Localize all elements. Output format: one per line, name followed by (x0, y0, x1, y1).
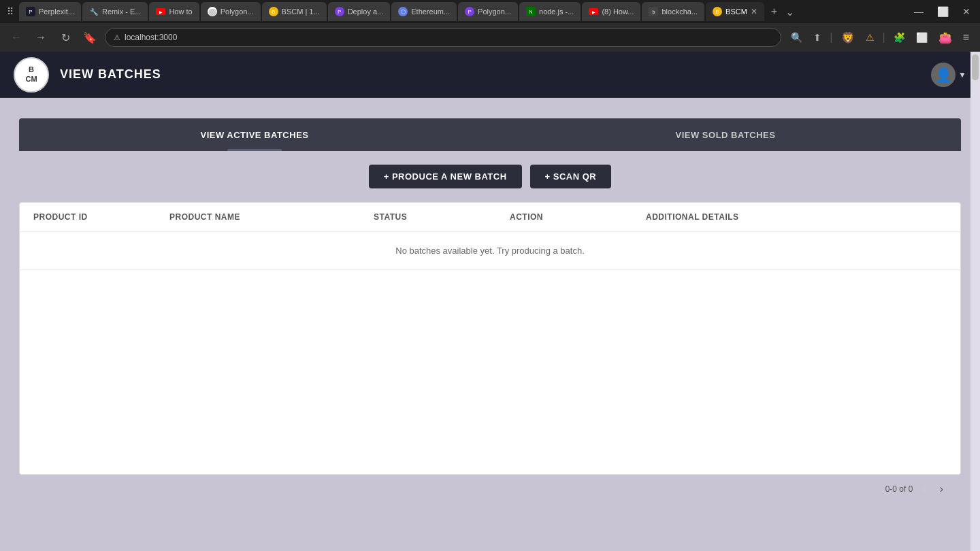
app-header: B CM VIEW BATCHES 👤 ▼ (0, 52, 980, 98)
url-text: localhost:3000 (125, 33, 177, 42)
tab-label: Perplexit... (39, 7, 74, 16)
brave-lion-button[interactable]: 🦁 (837, 29, 859, 47)
remix-icon: 🔧 (89, 7, 99, 16)
scrollbar[interactable] (970, 52, 980, 551)
col-action: ACTION (510, 212, 646, 222)
url-bar[interactable]: ⚠ localhost:3000 (105, 28, 781, 47)
apps-icon[interactable]: ⠿ (3, 6, 18, 17)
wallet-button[interactable]: 👛 (934, 29, 956, 47)
col-product-name: PRODUCT NAME (169, 212, 374, 222)
forward-button[interactable]: → (31, 28, 50, 47)
youtube-icon (156, 7, 165, 16)
tab-blockchain[interactable]: b blockcha... (642, 2, 704, 21)
tab-actions: + ⌄ (768, 4, 797, 20)
github-icon: ⬤ (208, 7, 217, 16)
close-window-button[interactable]: ✕ (956, 0, 977, 23)
batch-tab-nav: VIEW ACTIVE BATCHES VIEW SOLD BATCHES (19, 118, 961, 151)
brave-alert-button[interactable]: ⚠ (862, 29, 879, 46)
ethereum-icon: ⬡ (398, 7, 408, 16)
empty-text: No batches available yet. Try producing … (395, 246, 585, 256)
extensions-button[interactable]: 🧩 (889, 29, 909, 46)
tab-how8[interactable]: (8) How... (582, 2, 640, 21)
bscm-icon: B (269, 7, 278, 16)
more-tabs-button[interactable]: ⌄ (783, 4, 797, 20)
menu-button[interactable]: ≡ (959, 29, 973, 46)
share-button[interactable]: ⬆ (809, 29, 826, 46)
tab-active-label: VIEW ACTIVE BATCHES (200, 130, 308, 140)
polygon-icon-deploy: P (335, 7, 344, 16)
close-tab-icon[interactable]: ✕ (751, 7, 757, 16)
tab-bscm[interactable]: B BSCM | 1... (262, 2, 327, 21)
tab-polygon-gh[interactable]: ⬤ Polygon... (201, 2, 261, 21)
tab-label: BSCM | 1... (282, 7, 320, 16)
security-icon: ⚠ (114, 33, 120, 42)
tab-sold-label: VIEW SOLD BATCHES (676, 130, 776, 140)
youtube-icon-8 (589, 7, 598, 16)
tab-label: (8) How... (602, 7, 634, 16)
user-menu[interactable]: 👤 ▼ (931, 63, 966, 87)
col-product-id: PRODUCT ID (33, 212, 169, 222)
minimize-button[interactable]: — (907, 0, 930, 23)
bscm-active-icon: B (713, 7, 722, 16)
tab-remix[interactable]: 🔧 Remix - E... (82, 2, 148, 21)
tab-label: How to (169, 7, 192, 16)
dropdown-arrow: ▼ (958, 70, 966, 80)
search-button[interactable]: 🔍 (787, 29, 806, 46)
main-content: VIEW ACTIVE BATCHES VIEW SOLD BATCHES + … (0, 98, 980, 551)
pagination-text: 0-0 of 0 (885, 484, 913, 494)
browser-chrome: ⠿ P Perplexit... 🔧 Remix - E... How to ⬤… (0, 0, 980, 52)
bookmark-button[interactable]: 🔖 (80, 29, 99, 47)
tab-bar: ⠿ P Perplexit... 🔧 Remix - E... How to ⬤… (0, 0, 980, 23)
tab-label: Polygon... (220, 7, 254, 16)
produce-label: + PRODUCE A NEW BATCH (384, 171, 507, 182)
window-controls: — ⬜ ✕ (907, 0, 977, 23)
action-buttons-row: + PRODUCE A NEW BATCH + SCAN QR (19, 151, 961, 202)
blockchain-icon: b (649, 7, 658, 16)
node-icon: N (526, 7, 536, 16)
page-title: VIEW BATCHES (60, 67, 161, 82)
col-additional-details: ADDITIONAL DETAILS (646, 212, 947, 222)
table-body (20, 270, 960, 474)
tab-label: Ethereum... (411, 7, 450, 16)
produce-batch-button[interactable]: + PRODUCE A NEW BATCH (369, 165, 522, 188)
page-wrapper: B CM VIEW BATCHES 👤 ▼ VIEW ACTIVE BATCHE… (0, 52, 980, 551)
avatar: 👤 (931, 63, 956, 87)
pagination-next-button[interactable]: › (936, 482, 947, 497)
tab-polygon2[interactable]: P Polygon... (458, 2, 518, 21)
tab-label: Polygon... (478, 7, 511, 16)
tab-deploy[interactable]: P Deploy a... (328, 2, 391, 21)
polygon-icon-2: P (465, 7, 474, 16)
tab-sold-batches[interactable]: VIEW SOLD BATCHES (490, 118, 961, 151)
app-logo: B CM (14, 57, 49, 93)
tab-label: BSCM (725, 7, 747, 16)
reload-button[interactable]: ↻ (56, 28, 75, 47)
pagination: 0-0 of 0 ‹ › (19, 475, 961, 503)
address-bar: ← → ↻ 🔖 ⚠ localhost:3000 🔍 ⬆ | 🦁 ⚠ | 🧩 ⬜… (0, 23, 980, 52)
scan-qr-button[interactable]: + SCAN QR (530, 165, 612, 188)
plx-icon: P (26, 7, 35, 16)
sidebar-button[interactable]: ⬜ (912, 29, 932, 46)
table-header: PRODUCT ID PRODUCT NAME STATUS ACTION AD… (20, 203, 960, 232)
new-tab-button[interactable]: + (768, 4, 780, 19)
batches-table: PRODUCT ID PRODUCT NAME STATUS ACTION AD… (19, 202, 961, 475)
pagination-prev-button[interactable]: ‹ (918, 482, 930, 497)
tab-bscm-active[interactable]: B BSCM ✕ (706, 2, 764, 21)
tab-youtube-how[interactable]: How to (149, 2, 199, 21)
col-status: STATUS (374, 212, 510, 222)
tab-label: blockcha... (662, 7, 698, 16)
tab-perplexity[interactable]: P Perplexit... (19, 2, 81, 21)
tab-active-batches[interactable]: VIEW ACTIVE BATCHES (19, 118, 490, 151)
tab-label: Deploy a... (348, 7, 384, 16)
tab-ethereum[interactable]: ⬡ Ethereum... (391, 2, 457, 21)
browser-actions: 🔍 ⬆ | 🦁 ⚠ | 🧩 ⬜ 👛 ≡ (787, 29, 973, 47)
table-empty-message: No batches available yet. Try producing … (20, 232, 960, 270)
tab-label: node.js -... (539, 7, 574, 16)
logo-text: B CM (25, 65, 37, 83)
scrollbar-thumb[interactable] (972, 54, 979, 80)
tab-label: Remix - E... (102, 7, 141, 16)
maximize-button[interactable]: ⬜ (930, 0, 956, 23)
scan-label: + SCAN QR (545, 171, 597, 182)
back-button[interactable]: ← (7, 28, 26, 47)
tab-nodejs[interactable]: N node.js -... (519, 2, 581, 21)
